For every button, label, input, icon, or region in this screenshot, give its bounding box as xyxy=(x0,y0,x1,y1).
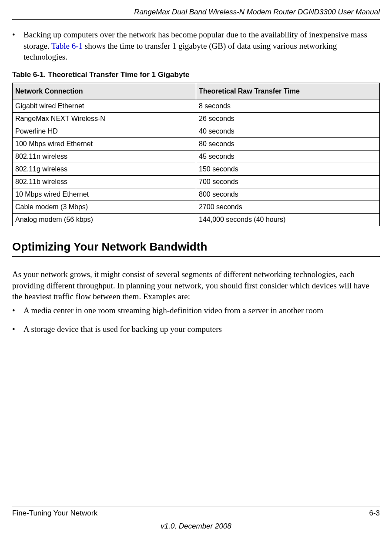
table-header-row: Network Connection Theoretical Raw Trans… xyxy=(13,83,380,100)
table-cell: 8 seconds xyxy=(196,100,380,112)
table-header-network: Network Connection xyxy=(13,83,196,100)
table-cell: RangeMax NEXT Wireless-N xyxy=(13,112,196,125)
transfer-time-table: Network Connection Theoretical Raw Trans… xyxy=(12,83,380,226)
table-header-time: Theoretical Raw Transfer Time xyxy=(196,83,380,100)
intro-text: Backing up computers over the network ha… xyxy=(23,29,380,63)
table-cell: 45 seconds xyxy=(196,150,380,163)
table-cell: 700 seconds xyxy=(196,175,380,188)
table-cell: 800 seconds xyxy=(196,188,380,201)
bullet-text: A media center in one room streaming hig… xyxy=(23,305,323,316)
bullet-text: A storage device that is used for backin… xyxy=(23,324,222,335)
table-row: 10 Mbps wired Ethernet800 seconds xyxy=(13,188,380,201)
table-row: Powerline HD40 seconds xyxy=(13,125,380,137)
table-row: Analog modem (56 kbps)144,000 seconds (4… xyxy=(13,213,380,226)
table-row: 100 Mbps wired Ethernet80 seconds xyxy=(13,137,380,150)
footer-page-number: 6-3 xyxy=(369,509,380,518)
table-cell: 2700 seconds xyxy=(196,201,380,213)
table-cell: Powerline HD xyxy=(13,125,196,137)
running-header: RangeMax Dual Band Wireless-N Modem Rout… xyxy=(12,8,380,20)
table-cell: 802.11b wireless xyxy=(13,175,196,188)
table-cell: 144,000 seconds (40 hours) xyxy=(196,213,380,226)
footer-version: v1.0, December 2008 xyxy=(12,522,380,531)
table-cell: Analog modem (56 kbps) xyxy=(13,213,196,226)
table-cell: Cable modem (3 Mbps) xyxy=(13,201,196,213)
table-row: Gigabit wired Ethernet8 seconds xyxy=(13,100,380,112)
bullet-dot-icon: • xyxy=(12,324,23,335)
table-cell: 10 Mbps wired Ethernet xyxy=(13,188,196,201)
section-bullet-1: • A media center in one room streaming h… xyxy=(12,305,380,316)
table-cell: 40 seconds xyxy=(196,125,380,137)
table-row: RangeMax NEXT Wireless-N26 seconds xyxy=(13,112,380,125)
intro-bullet: • Backing up computers over the network … xyxy=(12,29,380,63)
table-cell: 802.11g wireless xyxy=(13,163,196,175)
table-row: 802.11g wireless150 seconds xyxy=(13,163,380,175)
footer-section-title: Fine-Tuning Your Network xyxy=(12,509,97,518)
table-row: Cable modem (3 Mbps)2700 seconds xyxy=(13,201,380,213)
table-cell: 802.11n wireless xyxy=(13,150,196,163)
table-cell: 80 seconds xyxy=(196,137,380,150)
table-cell: 26 seconds xyxy=(196,112,380,125)
table-row: 802.11n wireless45 seconds xyxy=(13,150,380,163)
table-row: 802.11b wireless700 seconds xyxy=(13,175,380,188)
page-footer: Fine-Tuning Your Network 6-3 v1.0, Decem… xyxy=(12,506,380,531)
table-cell: 150 seconds xyxy=(196,163,380,175)
section-paragraph: As your network grows, it might consist … xyxy=(12,269,380,302)
table-cell: Gigabit wired Ethernet xyxy=(13,100,196,112)
bullet-dot-icon: • xyxy=(12,29,23,63)
table-cell: 100 Mbps wired Ethernet xyxy=(13,137,196,150)
table-reference-link[interactable]: Table 6-1 xyxy=(51,41,83,50)
section-bullet-2: • A storage device that is used for back… xyxy=(12,324,380,335)
table-caption: Table 6-1. Theoretical Transfer Time for… xyxy=(12,70,380,79)
section-heading-optimizing: Optimizing Your Network Bandwidth xyxy=(12,240,380,257)
bullet-dot-icon: • xyxy=(12,305,23,316)
